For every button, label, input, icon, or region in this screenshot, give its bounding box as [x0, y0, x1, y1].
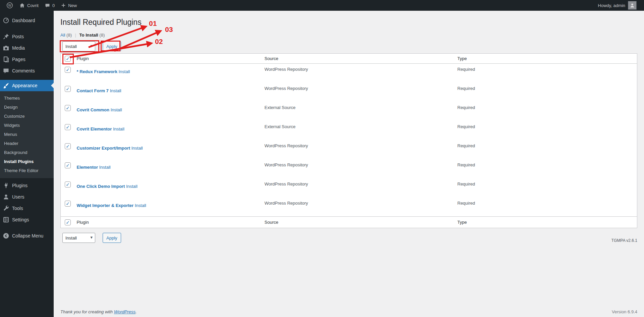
footer: Thank you for creating with WordPress. V… [60, 309, 637, 314]
plugin-name-link[interactable]: Customizer Export/Import [77, 146, 130, 151]
filter-all-count: (8) [66, 33, 72, 38]
plugin-name-link[interactable]: One Click Demo Import [77, 184, 125, 189]
row-checkbox[interactable] [65, 143, 71, 149]
filter-to-install: To Install [79, 33, 98, 38]
comments-indicator[interactable]: 0 [42, 0, 58, 11]
wordpress-link[interactable]: WordPress [114, 309, 136, 314]
comment-bubble-icon [45, 3, 50, 8]
plugin-name-link[interactable]: Widget Importer & Exporter [77, 203, 134, 208]
collapse-menu-button[interactable]: Collapse Menu [0, 230, 54, 242]
new-content-menu[interactable]: New [58, 0, 80, 11]
sidebar-label: Users [12, 194, 24, 200]
submenu-item-theme-file-editor[interactable]: Theme File Editor [0, 166, 54, 175]
bulk-action-select-wrap: Install [62, 41, 95, 51]
plugin-source: External Source [264, 121, 457, 140]
sidebar-label: Comments [12, 68, 35, 73]
footer-version: Version 6.9.4 [612, 309, 637, 314]
table-row: One Click Demo Import Install WordPress … [61, 178, 637, 198]
plugin-type: Required [457, 64, 637, 83]
collapse-icon [0, 232, 12, 239]
plugin-source: WordPress Repository [264, 178, 457, 198]
row-checkbox[interactable] [65, 86, 71, 92]
wrench-icon [0, 205, 12, 212]
avatar[interactable] [628, 1, 637, 10]
install-link[interactable]: Install [135, 203, 146, 208]
sidebar-item-media[interactable]: Media [0, 42, 54, 54]
bulk-actions-bottom: Install Apply TGMPA v2.6.1 [60, 233, 637, 243]
wordpress-logo-menu[interactable]: W [3, 0, 16, 11]
collapse-menu-label: Collapse Menu [12, 233, 43, 239]
row-checkbox[interactable] [65, 181, 71, 188]
sidebar-item-appearance[interactable]: Appearance [0, 80, 54, 91]
table-row: Elementor Install WordPress Repository R… [61, 159, 637, 178]
appearance-submenu: Themes Design Customize Widgets Menus He… [0, 91, 54, 178]
install-link[interactable]: Install [111, 107, 122, 112]
sidebar-item-plugins[interactable]: Plugins [0, 180, 54, 191]
install-link[interactable]: Install [113, 126, 124, 131]
plugin-name-link[interactable]: * Redux Framework [77, 69, 117, 74]
howdy-text[interactable]: Howdy, admin [598, 3, 625, 8]
select-all-checkbox[interactable] [65, 56, 71, 62]
sidebar-item-comments[interactable]: Comments [0, 65, 54, 76]
sidebar-item-pages[interactable]: Pages [0, 54, 54, 65]
sidebar-item-tools[interactable]: Tools [0, 203, 54, 214]
install-link[interactable]: Install [119, 69, 130, 74]
plugin-source: WordPress Repository [264, 159, 457, 178]
bulk-action-select[interactable]: Install [62, 41, 95, 51]
plugin-name-link[interactable]: Elementor [77, 165, 98, 170]
plugin-source: WordPress Repository [264, 64, 457, 83]
plugin-name-link[interactable]: Contact Form 7 [77, 88, 109, 93]
plugin-name-link[interactable]: Covrit Elementor [77, 126, 112, 131]
sidebar-item-users[interactable]: Users [0, 191, 54, 203]
pages-icon [0, 56, 12, 63]
submenu-item-header[interactable]: Header [0, 139, 54, 148]
submenu-item-menus[interactable]: Menus [0, 130, 54, 139]
apply-button[interactable]: Apply [103, 41, 121, 51]
plugin-name-link[interactable]: Covrit Common [77, 107, 110, 112]
main-content: Install Required Plugins All (8) | To In… [54, 11, 644, 317]
row-checkbox[interactable] [65, 162, 71, 168]
plugin-type: Required [457, 198, 637, 217]
home-icon [19, 2, 25, 8]
submenu-item-widgets[interactable]: Widgets [0, 121, 54, 130]
pushpin-icon [0, 33, 12, 40]
submenu-item-customize[interactable]: Customize [0, 112, 54, 121]
sidebar-label: Pages [12, 57, 25, 62]
install-link[interactable]: Install [99, 165, 111, 170]
apply-button-bottom[interactable]: Apply [103, 233, 121, 243]
plugin-type: Required [457, 178, 637, 198]
bulk-action-select-bottom[interactable]: Install [62, 233, 95, 243]
filter-all-link[interactable]: All [60, 33, 65, 38]
bulk-actions-top: Install Apply [60, 41, 637, 51]
submenu-item-design[interactable]: Design [0, 103, 54, 112]
column-header-type: Type [457, 54, 637, 64]
site-name: Covrit [27, 3, 39, 8]
sidebar-item-posts[interactable]: Posts [0, 31, 54, 42]
user-icon [0, 194, 12, 200]
select-all-checkbox-bottom[interactable] [65, 219, 71, 225]
column-header-plugin[interactable]: Plugin [76, 54, 264, 64]
row-checkbox[interactable] [65, 67, 71, 73]
dashboard-icon [0, 17, 12, 24]
submenu-item-themes[interactable]: Themes [0, 94, 54, 103]
table-row: Customizer Export/Import Install WordPre… [61, 140, 637, 159]
sidebar-item-settings[interactable]: Settings [0, 214, 54, 225]
footer-thanks: Thank you for creating with WordPress. [60, 309, 137, 314]
plugin-source: External Source [264, 102, 457, 121]
svg-text:W: W [8, 4, 11, 7]
install-link[interactable]: Install [131, 146, 143, 151]
wordpress-logo-icon: W [6, 2, 13, 9]
plugin-type: Required [457, 140, 637, 159]
site-name-link[interactable]: Covrit [16, 0, 42, 11]
column-footer-plugin[interactable]: Plugin [76, 217, 264, 228]
sidebar-item-dashboard[interactable]: Dashboard [0, 15, 54, 26]
row-checkbox[interactable] [65, 201, 71, 207]
row-checkbox[interactable] [65, 105, 71, 111]
install-link[interactable]: Install [126, 184, 138, 189]
sidebar-label: Settings [12, 217, 29, 222]
row-checkbox[interactable] [65, 124, 71, 130]
table-row: Covrit Elementor Install External Source… [61, 121, 637, 140]
install-link[interactable]: Install [110, 88, 121, 93]
submenu-item-background[interactable]: Background [0, 148, 54, 157]
submenu-item-install-plugins[interactable]: Install Plugins [0, 157, 54, 166]
